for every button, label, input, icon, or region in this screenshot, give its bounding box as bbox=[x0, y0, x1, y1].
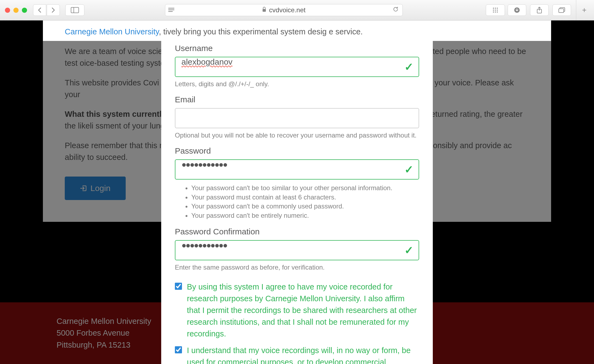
email-input[interactable] bbox=[175, 108, 419, 128]
svg-point-13 bbox=[495, 11, 496, 13]
password-confirm-input[interactable]: ●●●●●●●●●●● bbox=[175, 240, 419, 260]
back-button[interactable] bbox=[33, 4, 46, 16]
reload-button[interactable] bbox=[393, 6, 399, 14]
address-bar[interactable]: cvdvoice.net bbox=[165, 4, 403, 16]
svg-point-8 bbox=[497, 8, 498, 9]
valid-check-icon: ✓ bbox=[404, 163, 414, 176]
page-viewport: Carnegie Mellon University, tively bring… bbox=[0, 20, 594, 364]
svg-rect-5 bbox=[263, 9, 266, 12]
grid-icon bbox=[492, 7, 498, 13]
sidebar-icon bbox=[71, 7, 79, 13]
svg-point-12 bbox=[493, 11, 494, 13]
cmu-link[interactable]: Carnegie Mellon University bbox=[65, 27, 159, 36]
new-tab-button[interactable]: + bbox=[576, 0, 589, 20]
tabs-button[interactable] bbox=[552, 4, 571, 16]
forward-button[interactable] bbox=[47, 4, 60, 16]
right-toolbar-group bbox=[508, 4, 571, 16]
svg-point-14 bbox=[497, 11, 498, 13]
downloads-button[interactable] bbox=[508, 4, 526, 16]
intro-paragraph-1: Carnegie Mellon University, tively bring… bbox=[65, 26, 529, 38]
consent-text-1: By using this system I agree to have my … bbox=[187, 281, 419, 340]
reader-menu-icon[interactable] bbox=[168, 6, 175, 14]
password-input[interactable]: ●●●●●●●●●●● bbox=[175, 159, 419, 180]
password-confirm-label: Password Confirmation bbox=[175, 227, 419, 236]
chevron-right-icon bbox=[51, 7, 55, 13]
password-rule: Your password must contain at least 6 ch… bbox=[191, 193, 419, 202]
svg-point-11 bbox=[497, 10, 498, 11]
password-label: Password bbox=[175, 146, 419, 156]
download-icon bbox=[514, 7, 520, 13]
consent-text-2: I understand that my voice recordings wi… bbox=[187, 345, 419, 364]
modal-overlay[interactable]: Username alexbogdanov ✓ Letters, digits … bbox=[0, 41, 594, 364]
sidebar-toggle-button[interactable] bbox=[65, 4, 84, 16]
password-confirm-help: Enter the same password as before, for v… bbox=[175, 264, 419, 271]
minimize-window-button[interactable] bbox=[13, 8, 19, 13]
password-rule: Your password can't be too similar to yo… bbox=[191, 183, 419, 193]
consent-checkbox-1[interactable] bbox=[175, 283, 182, 290]
share-icon bbox=[536, 7, 542, 14]
maximize-window-button[interactable] bbox=[22, 8, 27, 13]
svg-point-9 bbox=[493, 10, 494, 11]
tabs-icon bbox=[558, 7, 565, 13]
svg-rect-18 bbox=[559, 9, 564, 13]
password-rule: Your password can't be a commonly used p… bbox=[191, 202, 419, 211]
close-window-button[interactable] bbox=[5, 8, 10, 13]
username-input[interactable]: alexbogdanov bbox=[175, 57, 419, 77]
email-label: Email bbox=[175, 95, 419, 104]
window-controls bbox=[5, 8, 27, 13]
valid-check-icon: ✓ bbox=[404, 244, 414, 256]
valid-check-icon: ✓ bbox=[404, 61, 414, 73]
password-rule: Your password can't be entirely numeric. bbox=[191, 211, 419, 220]
url-host: cvdvoice.net bbox=[269, 6, 305, 14]
browser-toolbar: cvdvoice.net + bbox=[0, 0, 594, 20]
svg-point-7 bbox=[495, 8, 496, 9]
svg-rect-0 bbox=[71, 7, 79, 13]
nav-group bbox=[33, 4, 60, 16]
top-sites-button[interactable] bbox=[486, 4, 505, 16]
password-rules: Your password can't be too similar to yo… bbox=[191, 183, 419, 220]
username-label: Username bbox=[175, 44, 419, 53]
signup-modal: Username alexbogdanov ✓ Letters, digits … bbox=[161, 41, 433, 364]
svg-point-6 bbox=[493, 8, 494, 9]
email-help: Optional but you will not be able to rec… bbox=[175, 132, 419, 139]
consent-checkbox-2[interactable] bbox=[175, 346, 182, 353]
share-button[interactable] bbox=[530, 4, 549, 16]
svg-point-10 bbox=[495, 10, 496, 11]
lock-icon bbox=[262, 7, 266, 14]
username-help: Letters, digits and @/./+/-/_ only. bbox=[175, 80, 419, 88]
chevron-left-icon bbox=[38, 7, 42, 13]
